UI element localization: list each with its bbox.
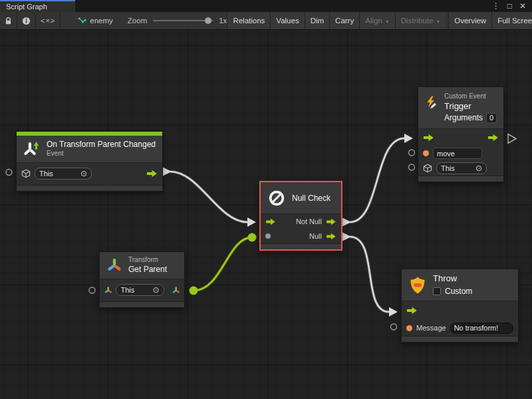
node-footer [402, 336, 518, 342]
node-footer [261, 243, 341, 249]
cube-icon [423, 164, 432, 173]
values-button[interactable]: Values [270, 12, 304, 29]
string-port-dot[interactable] [423, 150, 429, 156]
graph-name: enemy [90, 17, 113, 25]
window-controls: ⋮ □ ✕ [492, 0, 532, 12]
port-row: This ⊙ [17, 163, 162, 185]
node-category: Custom Event [444, 92, 497, 101]
transform-port-icon[interactable] [104, 286, 112, 295]
flow-input-arrow[interactable] [423, 134, 434, 142]
node-title: Throw [433, 273, 472, 284]
fullscreen-button[interactable]: Full Screen [491, 12, 532, 29]
code-icon: <×> [41, 17, 55, 25]
message-label: Message [416, 324, 446, 332]
graph-breadcrumb[interactable]: enemy [78, 12, 113, 29]
zoom-control: Zoom 1x [128, 12, 227, 29]
trigger-target-port[interactable] [409, 164, 415, 170]
node-header: Custom Event Trigger Arguments [418, 87, 503, 129]
node-throw[interactable]: Throw Custom Message [401, 269, 519, 342]
node-footer [100, 301, 184, 307]
null-label: Null [309, 232, 322, 240]
null-check-icon [267, 189, 286, 207]
port-row: This ⊙ [100, 279, 184, 301]
target-picker-icon: ⊙ [475, 164, 482, 172]
message-input[interactable] [450, 323, 513, 334]
tab-script-graph[interactable]: Script Graph [0, 0, 75, 12]
transform-icon [106, 257, 122, 273]
custom-checkbox-label: Custom [445, 287, 472, 297]
getparent-target-port[interactable] [89, 287, 95, 293]
info-button[interactable] [17, 12, 36, 29]
trigger-exit-port[interactable] [508, 134, 516, 144]
graph-canvas[interactable]: On Transform Parent Changed Event This ⊙ [0, 30, 532, 399]
flow-output-arrow[interactable] [487, 134, 499, 142]
transform-event-icon [23, 140, 41, 158]
flow-output-arrow[interactable] [146, 170, 158, 178]
null-row: Null [261, 229, 341, 243]
align-dropdown-button[interactable]: Align ▼ [359, 12, 395, 29]
toolbar-buttons: Relations Values Dim Carry Align ▼ Distr… [227, 12, 532, 29]
zoom-slider-handle[interactable] [205, 17, 211, 24]
not-null-row: Not Null [261, 214, 341, 229]
node-get-parent[interactable]: Transform Get Parent This ⊙ [99, 251, 185, 308]
name-row [418, 146, 503, 161]
arguments-label: Arguments [444, 113, 483, 123]
node-null-check[interactable]: Null Check Not Null Null [259, 181, 342, 251]
distribute-dropdown-button[interactable]: Distribute ▼ [395, 12, 446, 29]
node-header: Transform Get Parent [100, 252, 184, 279]
relations-button[interactable]: Relations [227, 12, 270, 29]
throw-message-port[interactable] [391, 324, 397, 330]
target-picker-icon: ⊙ [153, 286, 160, 294]
node-title: Trigger [444, 101, 497, 112]
zoom-label: Zoom [128, 17, 147, 25]
window-tab-bar: Script Graph ⋮ □ ✕ [0, 0, 532, 12]
transform-output-port-icon[interactable] [172, 286, 180, 295]
not-null-label: Not Null [296, 217, 322, 225]
message-row: Message [402, 320, 518, 336]
lock-button[interactable] [0, 12, 17, 29]
flow-output-arrow[interactable] [326, 233, 336, 240]
tab-title: Script Graph [6, 3, 47, 11]
cube-icon [21, 169, 31, 178]
node-category: Transform [128, 256, 167, 265]
node-on-transform-parent-changed[interactable]: On Transform Parent Changed Event This ⊙ [16, 131, 163, 192]
window-close-icon[interactable]: ✕ [519, 2, 526, 10]
this-dropdown[interactable]: This ⊙ [116, 284, 164, 296]
wire-getparent-to-nullcheck [190, 233, 257, 295]
this-dropdown[interactable]: This ⊙ [35, 168, 92, 180]
window-menu-icon[interactable]: ⋮ [492, 2, 500, 10]
flow-output-arrow[interactable] [326, 218, 336, 225]
flow-input-arrow[interactable] [265, 218, 276, 225]
wire-null-to-throw [342, 232, 398, 317]
node-footer [418, 176, 503, 182]
node-header: On Transform Parent Changed Event [17, 136, 162, 163]
wire-event-to-nullcheck [162, 167, 256, 227]
carry-button[interactable]: Carry [329, 12, 359, 29]
zoom-value: 1x [219, 17, 227, 25]
window-maximize-icon[interactable]: □ [507, 2, 512, 10]
dropdown-arrow-icon: ▼ [436, 19, 440, 24]
value-port-dot[interactable] [265, 233, 271, 239]
arguments-input[interactable] [486, 113, 497, 123]
this-dropdown[interactable]: This ⊙ [436, 162, 487, 174]
edit-source-button[interactable]: <×> [36, 12, 61, 29]
node-subtitle: Event [47, 150, 156, 158]
string-port-dot[interactable] [406, 325, 412, 331]
flow-row [402, 301, 518, 320]
dropdown-arrow-icon: ▼ [385, 19, 390, 24]
custom-checkbox[interactable] [433, 287, 441, 295]
node-footer [17, 185, 162, 191]
dim-button[interactable]: Dim [305, 12, 329, 29]
flow-row [418, 129, 503, 146]
node-trigger-custom-event[interactable]: Custom Event Trigger Arguments [418, 86, 504, 182]
trigger-name-port[interactable] [409, 150, 415, 156]
flow-input-arrow[interactable] [406, 307, 418, 315]
zoom-slider[interactable] [153, 20, 213, 21]
overview-button[interactable]: Overview [448, 12, 491, 29]
event-target-port[interactable] [6, 170, 12, 176]
node-title: Null Check [292, 194, 331, 203]
node-title: Get Parent [128, 265, 167, 275]
node-header: Throw Custom [402, 269, 518, 301]
info-icon [22, 17, 31, 25]
event-name-input[interactable] [433, 148, 482, 159]
